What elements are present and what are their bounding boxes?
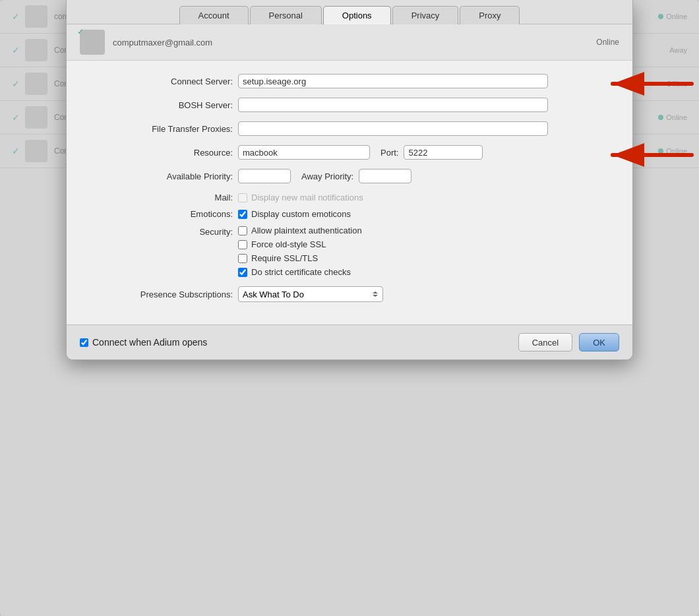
mail-checkbox[interactable]	[238, 193, 247, 202]
connect-server-label: Connect Server:	[93, 77, 238, 86]
file-transfer-label: File Transfer Proxies:	[93, 124, 238, 134]
ok-button[interactable]: OK	[579, 333, 619, 352]
connect-server-input[interactable]	[238, 74, 548, 88]
available-priority-input[interactable]	[238, 169, 291, 183]
form-content: Connect Server: BOSH Server:	[67, 61, 632, 318]
tab-options[interactable]: Options	[323, 6, 391, 24]
away-priority-label: Away Priority:	[301, 171, 353, 181]
connect-on-open-checkbox[interactable]	[80, 338, 88, 347]
account-status: Online	[596, 38, 619, 47]
presence-select[interactable]: Ask What To Do Always Accept Always Reje…	[238, 286, 383, 302]
mail-row: Mail: Display new mail notifications	[93, 193, 606, 202]
security-options-stack: Allow plaintext authentication Force old…	[238, 226, 362, 277]
bosh-server-row: BOSH Server:	[93, 98, 606, 112]
resource-input[interactable]	[238, 145, 370, 160]
cancel-button[interactable]: Cancel	[518, 333, 572, 352]
bosh-server-label: BOSH Server:	[93, 100, 238, 110]
port-group: Port:	[380, 145, 483, 160]
security-label-2: Require SSL/TLS	[251, 253, 318, 263]
bosh-server-input[interactable]	[238, 98, 548, 112]
emoticons-checkbox[interactable]	[238, 210, 247, 219]
tab-account[interactable]: Account	[179, 6, 249, 24]
security-label-1: Force old-style SSL	[251, 239, 326, 249]
emoticons-checkbox-label: Display custom emoticons	[251, 209, 351, 219]
settings-sheet: Account Personal Options Privacy Proxy c…	[66, 0, 633, 360]
arrow-connect-server	[599, 67, 698, 100]
security-checkbox-1[interactable]	[238, 240, 247, 249]
port-input[interactable]	[404, 145, 483, 160]
security-label: Security:	[93, 226, 238, 237]
mail-label: Mail:	[93, 193, 238, 202]
security-option-1: Force old-style SSL	[238, 239, 362, 249]
tab-proxy[interactable]: Proxy	[460, 6, 520, 24]
tab-personal[interactable]: Personal	[250, 6, 322, 24]
connect-checkbox-area: Connect when Adium opens	[80, 337, 207, 348]
presence-label: Presence Subscriptions:	[93, 290, 238, 299]
security-label-0: Allow plaintext authentication	[251, 226, 362, 235]
arrow-port	[599, 139, 698, 171]
security-row: Security: Allow plaintext authentication…	[93, 226, 606, 277]
account-info-row: computmaxer@gmail.com Online	[67, 24, 632, 61]
resource-port-row: Resource: Port:	[93, 145, 606, 160]
file-transfer-row: File Transfer Proxies:	[93, 121, 606, 136]
security-option-0: Allow plaintext authentication	[238, 226, 362, 235]
sheet-wrapper: Account Personal Options Privacy Proxy c…	[0, 0, 699, 616]
bottom-bar: Connect when Adium opens Cancel OK	[67, 324, 632, 359]
away-priority-input[interactable]	[359, 169, 411, 183]
button-group: Cancel OK	[518, 333, 619, 352]
account-email: computmaxer@gmail.com	[113, 38, 212, 47]
available-priority-label: Available Priority:	[93, 171, 238, 181]
emoticons-checkbox-item: Display custom emoticons	[238, 209, 351, 219]
mail-checkbox-item: Display new mail notifications	[238, 193, 363, 202]
security-checkbox-0[interactable]	[238, 226, 247, 235]
account-avatar	[80, 30, 105, 55]
security-option-3: Do strict certificate checks	[238, 267, 362, 277]
priority-row: Available Priority: Away Priority:	[93, 169, 606, 183]
security-option-2: Require SSL/TLS	[238, 253, 362, 263]
security-label-3: Do strict certificate checks	[251, 267, 351, 277]
resource-label: Resource:	[93, 148, 238, 158]
connect-on-open-label: Connect when Adium opens	[92, 337, 207, 348]
tab-bar: Account Personal Options Privacy Proxy	[67, 0, 632, 24]
file-transfer-input[interactable]	[238, 121, 548, 136]
port-label: Port:	[380, 148, 398, 158]
security-checkbox-3[interactable]	[238, 268, 247, 277]
tab-privacy[interactable]: Privacy	[392, 6, 459, 24]
mail-checkbox-label: Display new mail notifications	[251, 193, 363, 202]
security-checkbox-2[interactable]	[238, 254, 247, 263]
connect-server-row: Connect Server:	[93, 74, 606, 88]
emoticons-row: Emoticons: Display custom emoticons	[93, 209, 606, 219]
presence-row: Presence Subscriptions: Ask What To Do A…	[93, 286, 606, 302]
emoticons-label: Emoticons:	[93, 209, 238, 219]
